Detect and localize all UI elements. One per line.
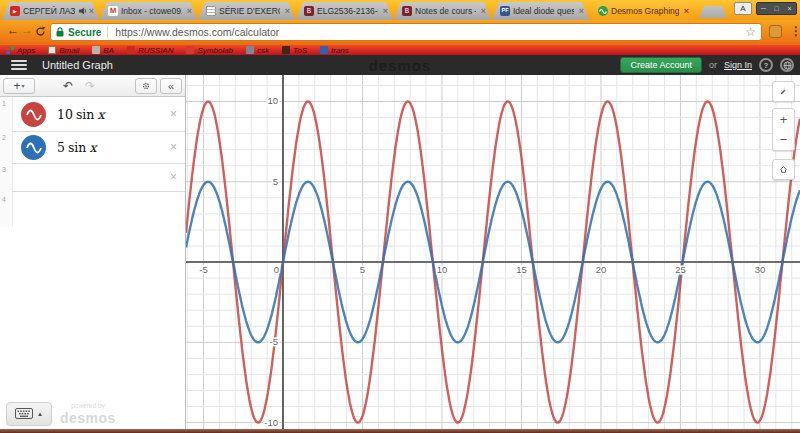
help-icon[interactable]: ? bbox=[759, 58, 773, 72]
axis-tick-label: 0 bbox=[274, 264, 279, 275]
close-button[interactable]: × bbox=[783, 3, 796, 14]
bookmark-csk[interactable]: csk bbox=[246, 46, 269, 55]
expression-input[interactable]: 5sinx bbox=[57, 140, 96, 155]
speaker-icon[interactable] bbox=[79, 7, 87, 15]
new-tab-button[interactable] bbox=[699, 6, 727, 18]
tab-list: ▶ СЕРГЕЙ ЛАЗАРЕВ "И... × M Inbox - ctowe… bbox=[2, 2, 727, 20]
tab-title: SÉRIE D'EXERCICES N°1 bbox=[219, 6, 280, 16]
tab-close-icon[interactable]: × bbox=[383, 6, 388, 16]
bookmark-ba[interactable]: BA bbox=[92, 46, 114, 55]
axis-tick-label: 10 bbox=[437, 264, 448, 275]
tab-physicsforums[interactable]: PF Ideal diode question | P... × bbox=[492, 2, 589, 20]
show-keyboard-caret-icon: ▲ bbox=[37, 411, 43, 417]
axis-tick-label: 20 bbox=[596, 264, 607, 275]
minimize-button[interactable]: ─ bbox=[757, 3, 770, 14]
window-controls: A ─ □ × bbox=[734, 2, 797, 15]
window-buttons: ─ □ × bbox=[756, 2, 797, 15]
expression-toolbar: +▾ ↶ ↷ « bbox=[0, 75, 185, 97]
axis-tick-label: 10 bbox=[267, 95, 278, 106]
add-expression-button[interactable]: +▾ bbox=[3, 78, 35, 94]
expression-row-empty[interactable]: × bbox=[12, 163, 185, 192]
profile-button[interactable]: A bbox=[734, 2, 752, 15]
tab-close-icon[interactable]: × bbox=[187, 6, 192, 16]
favicon bbox=[282, 46, 290, 54]
zoom-in-button[interactable]: + bbox=[772, 108, 795, 130]
mail-icon bbox=[48, 46, 56, 54]
axis-tick-label: 25 bbox=[675, 264, 686, 275]
secure-label: Secure bbox=[68, 27, 101, 38]
tab-close-icon[interactable]: × bbox=[285, 6, 290, 16]
axis-tick-label: 15 bbox=[516, 264, 527, 275]
create-account-button[interactable]: Create Account bbox=[620, 57, 702, 73]
axis-tick-label: -5 bbox=[199, 264, 207, 275]
favicon bbox=[92, 46, 100, 54]
divider bbox=[107, 26, 108, 38]
address-bar[interactable]: Secure https://www.desmos.com/calculator… bbox=[50, 23, 762, 41]
sign-in-link[interactable]: Sign In bbox=[724, 60, 752, 70]
bookmark-tos[interactable]: ToS bbox=[282, 46, 307, 55]
graph-plot[interactable]: -5051015202530105-5-10 bbox=[186, 75, 800, 429]
delete-expression-icon[interactable]: × bbox=[170, 107, 177, 121]
forward-icon[interactable]: → bbox=[21, 24, 33, 36]
keyboard-icon bbox=[15, 405, 33, 423]
axis-tick-label: -5 bbox=[270, 336, 278, 347]
chevron-down-icon: ▾ bbox=[22, 82, 25, 89]
desmos-header: Untitled Graph desmos Create Account or … bbox=[0, 55, 800, 75]
bookmark-trans[interactable]: trans bbox=[320, 46, 349, 55]
tab-gmail[interactable]: M Inbox - ctowe091@uott... × bbox=[100, 2, 197, 20]
expression-panel: +▾ ↶ ↷ « 1 2 3 4 10sinx × 5sinx × × ▲ po… bbox=[0, 75, 186, 429]
tab-close-icon[interactable]: × bbox=[89, 6, 94, 16]
browser-toolbar: ← → Secure https://www.desmos.com/calcul… bbox=[0, 20, 800, 45]
axis-tick-label: 5 bbox=[273, 176, 278, 187]
favicon bbox=[320, 46, 328, 54]
bookmark-russian[interactable]: RUSSIAN bbox=[127, 46, 174, 55]
bookmark-star-icon[interactable]: ☆ bbox=[745, 25, 756, 39]
tab-close-icon[interactable]: × bbox=[579, 6, 584, 16]
axis-tick-label: 5 bbox=[360, 264, 365, 275]
bookmark-symbolab[interactable]: Symbolab bbox=[186, 46, 233, 55]
expression-row[interactable]: 10sinx × bbox=[12, 97, 185, 132]
tab-notes[interactable]: B Notes de cours – 20171... × bbox=[394, 2, 491, 20]
keyboard-toggle-button[interactable]: ▲ bbox=[6, 402, 52, 426]
bookmark-bmail[interactable]: Bmail bbox=[48, 46, 79, 55]
globe-icon[interactable] bbox=[780, 58, 794, 72]
delete-expression-icon[interactable]: × bbox=[170, 170, 177, 184]
home-view-button[interactable] bbox=[772, 159, 795, 180]
collapse-panel-button[interactable]: « bbox=[160, 78, 182, 94]
tab-exercises[interactable]: SÉRIE D'EXERCICES N°1 × bbox=[198, 2, 295, 20]
refresh-icon[interactable] bbox=[35, 26, 46, 39]
expression-color-icon-blue[interactable] bbox=[21, 135, 46, 160]
favicon bbox=[246, 46, 254, 54]
tab-title: ELG2536-2136-midterm... bbox=[317, 6, 378, 16]
lock-icon bbox=[56, 23, 64, 41]
favicon bbox=[127, 46, 135, 54]
favicon bbox=[186, 46, 194, 54]
browser-menu-icon[interactable]: ⋮ bbox=[790, 24, 800, 38]
expression-row[interactable]: 5sinx × bbox=[12, 131, 185, 164]
tab-midterm[interactable]: B ELG2536-2136-midterm... × bbox=[296, 2, 393, 20]
graph-canvas[interactable]: -5051015202530105-5-10 + − bbox=[186, 75, 800, 429]
expression-input[interactable]: 10sinx bbox=[57, 107, 104, 122]
extension-icon[interactable] bbox=[769, 25, 782, 38]
undo-icon[interactable]: ↶ bbox=[63, 79, 73, 93]
taskbar-edge bbox=[0, 429, 800, 433]
tab-title: Inbox - ctowe091@uott... bbox=[121, 6, 182, 16]
delete-expression-icon[interactable]: × bbox=[170, 140, 177, 154]
expression-color-icon-red[interactable] bbox=[21, 102, 46, 127]
bookmark-apps[interactable]: Apps bbox=[6, 46, 35, 55]
tab-title: Ideal diode question | P... bbox=[513, 6, 574, 16]
zoom-out-button[interactable]: − bbox=[772, 129, 795, 151]
tab-close-icon[interactable]: × bbox=[684, 6, 689, 16]
back-icon[interactable]: ← bbox=[7, 24, 19, 36]
tab-youtube[interactable]: ▶ СЕРГЕЙ ЛАЗАРЕВ "И... × bbox=[2, 2, 99, 20]
gmail-icon: M bbox=[108, 6, 118, 16]
axis-tick-label: -10 bbox=[264, 417, 278, 428]
redo-icon[interactable]: ↷ bbox=[85, 79, 95, 93]
desmos-icon bbox=[598, 6, 608, 16]
tab-title: Notes de cours – 20171... bbox=[415, 6, 476, 16]
tab-desmos-active[interactable]: Desmos Graphing Calc... × bbox=[590, 2, 694, 20]
settings-gear-icon[interactable] bbox=[135, 78, 157, 94]
tab-close-icon[interactable]: × bbox=[481, 6, 486, 16]
maximize-button[interactable]: □ bbox=[770, 3, 783, 14]
graph-settings-wrench-icon[interactable] bbox=[772, 81, 795, 102]
